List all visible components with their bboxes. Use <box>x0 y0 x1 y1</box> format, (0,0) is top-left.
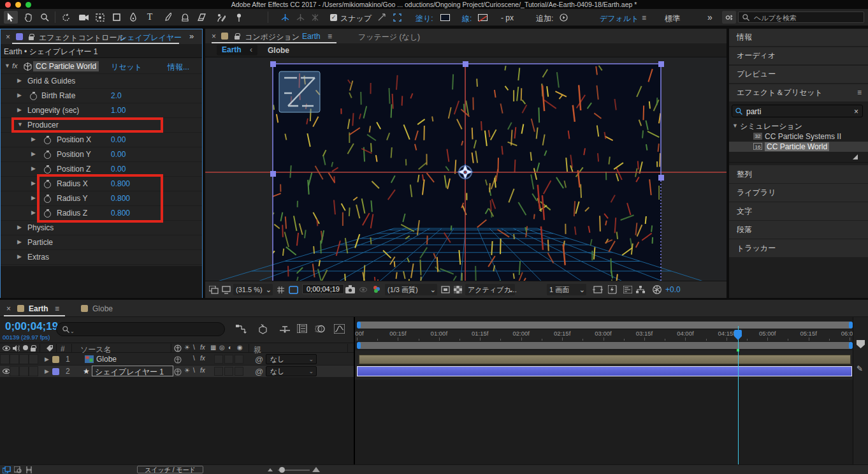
always-preview-icon[interactable] <box>209 286 219 294</box>
draft-3d-icon[interactable] <box>257 323 268 334</box>
lock-toggle[interactable] <box>29 366 38 376</box>
3d-switch-icon[interactable]: ◉ <box>237 344 243 351</box>
workspace-menu-icon[interactable]: ≡ <box>642 13 646 22</box>
expand-layer-switches-icon[interactable] <box>3 466 11 473</box>
pen-tool[interactable] <box>126 11 140 24</box>
3d-toggle[interactable] <box>235 355 243 364</box>
expand-triangle-icon[interactable]: ▶ <box>45 356 49 362</box>
grid-guides-icon[interactable] <box>277 286 285 294</box>
motion-blur-toggle[interactable] <box>224 367 233 376</box>
snapshot-camera-icon[interactable] <box>345 285 355 293</box>
expand-triangle-icon[interactable]: ▶ <box>31 195 36 201</box>
snap-bounds-icon[interactable] <box>390 11 404 24</box>
property-value[interactable]: 0.00 <box>111 135 126 144</box>
layer-search-field[interactable]: ⌄ <box>56 322 225 336</box>
expand-triangle-icon[interactable]: ▶ <box>17 239 22 245</box>
fx-toggle[interactable]: fx <box>200 355 205 362</box>
workspace-overflow-chevrons[interactable]: » <box>707 12 712 22</box>
timeline-navigator-bar[interactable] <box>357 322 853 329</box>
panel-header-2[interactable]: プレビュー <box>729 66 868 83</box>
effects-search-field[interactable]: parti× <box>732 105 863 117</box>
unlock-icon[interactable] <box>235 36 240 40</box>
footage-tab[interactable]: フッテージ (なし) <box>358 32 420 43</box>
quality-toggle[interactable]: \ <box>193 367 195 374</box>
stopwatch-icon[interactable] <box>44 151 51 158</box>
exposure-shutter-icon[interactable] <box>653 285 662 294</box>
workspace-default[interactable]: デフォルト <box>600 13 639 24</box>
eraser-tool[interactable] <box>195 11 209 24</box>
world-axis-mode-icon[interactable] <box>293 11 307 24</box>
frame-blend-toggle[interactable] <box>214 367 223 376</box>
roto-brush-tool[interactable] <box>214 11 228 24</box>
expand-triangle-icon[interactable]: ▶ <box>17 224 22 230</box>
selection-tool[interactable] <box>4 11 18 24</box>
effect-property-row[interactable]: ▶Physics <box>1 221 202 235</box>
layer-label-chip[interactable] <box>52 368 59 375</box>
expand-triangle-icon[interactable]: ▼ <box>732 122 738 129</box>
audio-toggle[interactable] <box>10 366 19 376</box>
effect-preset-name[interactable]: CC Particle Systems II <box>765 132 841 141</box>
selection-handle[interactable] <box>658 175 664 181</box>
property-value[interactable]: 0.00 <box>111 150 126 159</box>
property-value[interactable]: 1.00 <box>111 106 126 115</box>
effect-header-row[interactable]: ▼ fx CC Particle World リセット 情報... <box>1 59 202 74</box>
motion-blur-switch-icon[interactable]: ◎ <box>219 344 225 351</box>
property-value[interactable]: 0.00 <box>111 165 126 174</box>
close-tab-icon[interactable]: × <box>212 32 216 41</box>
fast-previews-icon[interactable] <box>608 285 618 294</box>
audio-toggle[interactable] <box>10 354 19 364</box>
property-value[interactable]: 2.0 <box>111 91 122 100</box>
effect-property-row[interactable]: ▶Longevity (sec)1.00 <box>1 103 202 118</box>
expand-triangle-icon[interactable]: ▶ <box>45 368 49 374</box>
panel-header-lower-4[interactable]: トラッカー <box>729 239 868 257</box>
comp-marker-pen-icon[interactable]: ✎ <box>857 364 863 373</box>
index-column-header[interactable]: # <box>61 344 65 353</box>
3d-view-dropdown[interactable]: アクティブカ...⌄ <box>465 284 515 295</box>
help-search-field[interactable]: ヘルプを検索 <box>738 11 864 23</box>
switches-modes-button[interactable]: スイッチ / モード <box>137 466 203 473</box>
breadcrumb-layer[interactable]: Globe <box>268 46 289 55</box>
mask-visibility-icon[interactable] <box>289 286 298 294</box>
composition-viewport[interactable] <box>205 57 727 281</box>
selection-handle[interactable] <box>270 171 276 177</box>
shy-switch-icon[interactable] <box>174 344 182 352</box>
expand-triangle-icon[interactable]: ▶ <box>17 92 22 98</box>
fill-label[interactable]: 塗り: <box>416 13 433 24</box>
puppet-pin-tool[interactable] <box>232 11 246 24</box>
show-snapshot-icon[interactable] <box>359 287 367 292</box>
lock-icon[interactable] <box>29 36 34 40</box>
expand-inout-columns-icon[interactable] <box>25 466 33 473</box>
pixel-aspect-icon[interactable] <box>593 286 603 293</box>
close-tab-icon[interactable]: × <box>6 33 10 41</box>
lock-column-icon[interactable] <box>31 348 36 352</box>
expand-triangle-icon[interactable]: ▶ <box>31 180 36 186</box>
navigator-start-handle[interactable] <box>357 322 361 329</box>
clear-search-icon[interactable]: × <box>854 107 858 116</box>
search-input-value[interactable]: parti <box>746 107 761 116</box>
layer-name-edit-box[interactable]: シェイプレイヤー 1 <box>92 366 173 376</box>
lock-toggle[interactable] <box>29 354 38 364</box>
selection-handle[interactable] <box>658 61 664 67</box>
panel-header-lower-2[interactable]: 文字 <box>729 202 868 220</box>
work-area-start-handle[interactable] <box>357 342 361 349</box>
motion-blur-icon[interactable] <box>315 324 325 334</box>
panel-menu-icon[interactable]: ≡ <box>55 304 59 313</box>
layer-bar-shape[interactable] <box>357 366 852 376</box>
expand-triangle-icon[interactable]: ▶ <box>17 107 22 113</box>
zoom-out-mountain-icon[interactable] <box>268 468 273 471</box>
comp-marker-button[interactable] <box>857 340 865 348</box>
graph-editor-icon[interactable] <box>334 324 345 334</box>
zoom-slider-knob[interactable] <box>279 467 285 473</box>
audio-column-icon[interactable] <box>13 345 20 352</box>
panel-menu-icon[interactable]: ≡ <box>857 84 862 101</box>
stopwatch-icon[interactable] <box>44 165 51 173</box>
panel-header-0[interactable]: 情報 <box>729 29 868 46</box>
shy-toggle[interactable] <box>174 356 182 364</box>
region-of-interest-icon[interactable] <box>441 286 450 293</box>
expand-triangle-icon[interactable]: ▶ <box>31 151 36 157</box>
breadcrumb[interactable]: Earth ‹ <box>217 45 257 56</box>
snap-checkbox[interactable]: ✓ <box>330 14 337 21</box>
table-row[interactable]: ▶ 2 ★ シェイプレイヤー 1 ☀ \ fx @ なし⌄ <box>0 366 354 378</box>
hand-tool[interactable] <box>21 11 35 24</box>
effect-controls-tab[interactable]: × エフェクトコントロール シェイプレイヤー » <box>1 29 202 44</box>
